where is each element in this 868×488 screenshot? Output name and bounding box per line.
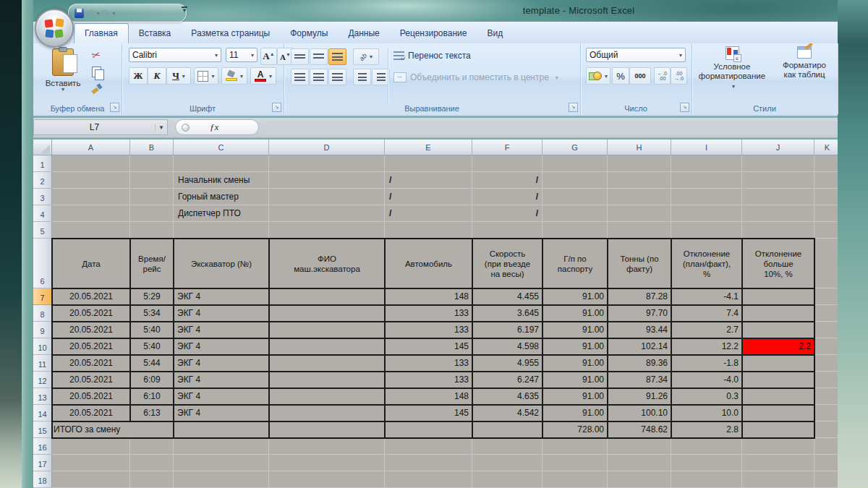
cell-I12[interactable]: -4.0 xyxy=(671,372,742,388)
tab-Разметка страницы[interactable]: Разметка страницы xyxy=(181,24,280,43)
row-header-3[interactable]: 3 xyxy=(33,189,52,205)
cell-C11[interactable]: ЭКГ 4 xyxy=(174,355,269,372)
cell-D12[interactable] xyxy=(269,372,385,388)
cell-I7[interactable]: -4.1 xyxy=(671,288,742,305)
cell-F12[interactable]: 6.247 xyxy=(472,372,542,388)
cell-F4[interactable]: / xyxy=(472,205,542,222)
underline-button[interactable]: Ч▾ xyxy=(166,67,191,85)
tab-Рецензирование[interactable]: Рецензирование xyxy=(390,24,477,43)
cell-J11[interactable] xyxy=(742,355,814,372)
cell-E15[interactable] xyxy=(385,421,472,438)
cell-B14[interactable]: 6:13 xyxy=(130,405,174,421)
cell-F3[interactable]: / xyxy=(472,189,542,205)
cell-C12[interactable]: ЭКГ 4 xyxy=(174,372,269,388)
cell-D15[interactable] xyxy=(269,421,385,438)
row-header-11[interactable]: 11 xyxy=(33,355,52,372)
cell-C7[interactable]: ЭКГ 4 xyxy=(174,288,269,305)
cell-D8[interactable] xyxy=(269,305,385,322)
cell-E12[interactable]: 133 xyxy=(385,372,472,388)
column-header-G[interactable]: G xyxy=(542,140,608,155)
cell-B13[interactable]: 6:10 xyxy=(130,388,174,405)
cell-E13[interactable]: 148 xyxy=(385,388,472,405)
cell-E14[interactable]: 145 xyxy=(385,405,472,421)
cell-A13[interactable]: 20.05.2021 xyxy=(52,388,130,405)
row-header-18[interactable]: 18 xyxy=(33,471,52,488)
font-name-combo[interactable]: Calibri ▾ xyxy=(129,48,221,62)
cell-H7[interactable]: 87.28 xyxy=(608,288,671,305)
cell-A10[interactable]: 20.05.2021 xyxy=(52,338,130,355)
cell-E10[interactable]: 145 xyxy=(385,338,472,355)
row-header-12[interactable]: 12 xyxy=(33,372,52,388)
cell-G8[interactable]: 91.00 xyxy=(542,305,608,322)
clipboard-dialog-launcher[interactable]: ↘ xyxy=(110,103,119,112)
cell-J8[interactable] xyxy=(742,305,814,322)
cell-J12[interactable] xyxy=(742,372,814,388)
cell-C3[interactable]: Горный мастер xyxy=(174,189,269,205)
cell-E7[interactable]: 148 xyxy=(385,288,472,305)
align-bottom-button[interactable] xyxy=(328,48,346,65)
cell-H12[interactable]: 87.34 xyxy=(608,372,671,388)
decrease-indent-button[interactable] xyxy=(353,69,371,85)
cell-G12[interactable]: 91.00 xyxy=(542,372,608,388)
fill-color-button[interactable]: ▾ xyxy=(221,67,247,85)
cell-B7[interactable]: 5:29 xyxy=(130,288,174,305)
cell-E3[interactable]: / xyxy=(385,189,472,205)
cell-G7[interactable]: 91.00 xyxy=(542,288,608,305)
increase-decimal-button[interactable]: ←.0.00 xyxy=(654,67,671,85)
cell-B12[interactable]: 6:09 xyxy=(130,372,174,388)
decrease-decimal-button[interactable]: .00→.0 xyxy=(671,67,687,85)
redo-dropdown-arrow[interactable]: ▾ xyxy=(112,10,115,17)
column-header-H[interactable]: H xyxy=(608,140,671,155)
header-cell-F6[interactable]: Скорость (при въезде на весы) xyxy=(472,239,542,288)
format-as-table-button[interactable]: Форматирокак таблиц xyxy=(773,46,836,80)
row-header-17[interactable]: 17 xyxy=(33,455,52,471)
number-dialog-launcher[interactable]: ↘ xyxy=(680,103,689,112)
cell-J13[interactable] xyxy=(742,388,814,405)
cell-H11[interactable]: 89.36 xyxy=(608,355,671,372)
font-size-combo[interactable]: 11 ▾ xyxy=(226,48,258,62)
cell-A11[interactable]: 20.05.2021 xyxy=(52,355,130,372)
cell-B9[interactable]: 5:40 xyxy=(130,322,174,338)
name-box[interactable]: L7 ▼ xyxy=(33,119,168,135)
cell-C14[interactable]: ЭКГ 4 xyxy=(174,405,269,421)
align-middle-button[interactable] xyxy=(310,48,328,65)
row-header-1[interactable]: 1 xyxy=(33,155,52,172)
cell-E9[interactable]: 133 xyxy=(385,322,472,338)
tab-Вид[interactable]: Вид xyxy=(477,24,513,43)
header-cell-G6[interactable]: Г/п по паспорту xyxy=(542,239,608,288)
cell-A14[interactable]: 20.05.2021 xyxy=(52,405,130,421)
cell-I10[interactable]: 12.2 xyxy=(671,338,742,355)
cell-H8[interactable]: 97.70 xyxy=(608,305,671,322)
header-cell-J6[interactable]: Отклонение больше 10%, % xyxy=(742,239,814,288)
grow-font-button[interactable]: А▲ xyxy=(260,48,277,65)
cell-G14[interactable]: 91.00 xyxy=(542,405,608,421)
name-box-dropdown-arrow[interactable]: ▼ xyxy=(155,124,167,131)
conditional-formatting-button[interactable]: ≤ Условноеформатирование ▾ xyxy=(697,46,767,91)
column-header-B[interactable]: B xyxy=(130,140,174,155)
cell-D11[interactable] xyxy=(269,355,385,372)
font-dialog-launcher[interactable]: ↘ xyxy=(272,103,281,112)
wrap-text-button[interactable]: Перенос текста xyxy=(393,51,471,61)
column-header-I[interactable]: I xyxy=(671,140,742,155)
cell-C4[interactable]: Диспетчер ПТО xyxy=(174,205,269,222)
cell-G11[interactable]: 91.00 xyxy=(542,355,608,372)
cut-button[interactable]: ✂ xyxy=(88,48,104,62)
cell-F13[interactable]: 4.635 xyxy=(472,388,542,405)
font-color-button[interactable]: А▾ xyxy=(250,67,276,85)
cell-E11[interactable]: 133 xyxy=(385,355,472,372)
merge-center-button[interactable]: Объединить и поместить в центре ▾ xyxy=(393,72,558,82)
cell-H15[interactable]: 748.62 xyxy=(608,421,671,438)
cell-H9[interactable]: 93.44 xyxy=(608,322,671,338)
cell-D10[interactable] xyxy=(269,338,385,355)
undo-dropdown-arrow[interactable]: ▾ xyxy=(97,10,100,17)
accounting-format-button[interactable]: ▾ xyxy=(586,67,610,85)
cell-B8[interactable]: 5:34 xyxy=(130,305,174,322)
cell-F7[interactable]: 4.455 xyxy=(472,288,542,305)
cell-A12[interactable]: 20.05.2021 xyxy=(52,372,130,388)
cell-G9[interactable]: 91.00 xyxy=(542,322,608,338)
cell-F8[interactable]: 3.645 xyxy=(472,305,542,322)
alignment-dialog-launcher[interactable]: ↘ xyxy=(569,103,578,112)
formula-input[interactable] xyxy=(265,121,836,134)
row-header-10[interactable]: 10 xyxy=(33,338,52,355)
cell-I9[interactable]: 2.7 xyxy=(671,322,742,338)
